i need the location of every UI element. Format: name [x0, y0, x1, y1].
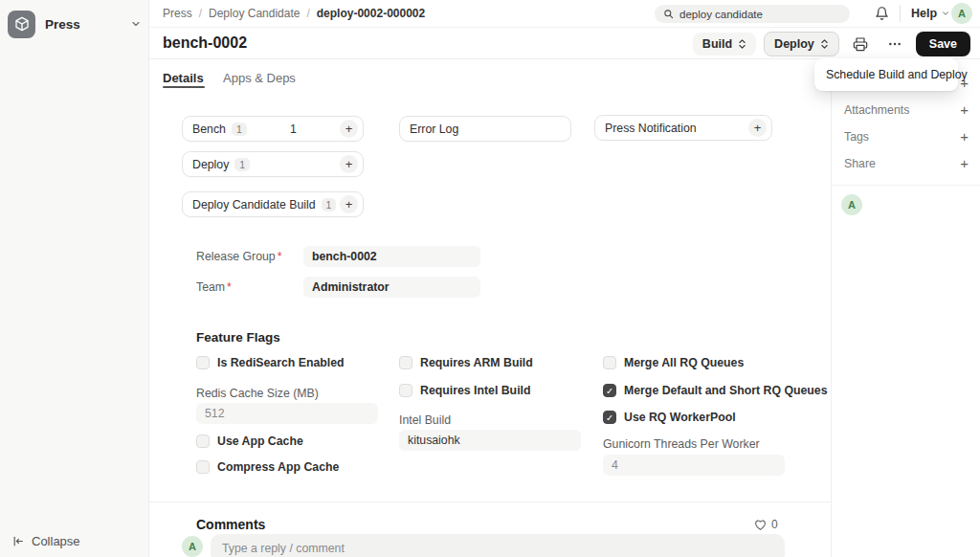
- save-button[interactable]: Save: [916, 32, 970, 56]
- required-mark: *: [278, 250, 282, 263]
- team-input[interactable]: Administrator: [303, 277, 480, 298]
- breadcrumb-separator: /: [199, 7, 202, 20]
- help-menu[interactable]: Help: [911, 7, 950, 20]
- breadcrumb: Press / Deploy Candidate / deploy-0002-0…: [163, 7, 425, 20]
- checkbox-box-icon: ✓: [196, 356, 210, 369]
- comments-heading: Comments: [196, 517, 265, 532]
- use-rq-workerpool-checkbox[interactable]: ✓ Use RQ WorkerPool: [603, 411, 736, 424]
- menu-item-schedule-build-and-deploy[interactable]: Schedule Build and Deploy: [818, 62, 954, 87]
- breadcrumb-separator: /: [306, 7, 309, 20]
- tab-apps-and-deps[interactable]: Apps & Deps: [223, 71, 296, 85]
- team-label: Team*: [196, 280, 232, 294]
- breadcrumb-doctype[interactable]: Deploy Candidate: [209, 7, 300, 20]
- deploy-dropdown-button[interactable]: Deploy: [764, 32, 839, 56]
- share-label: Share: [844, 157, 876, 170]
- deploy-label: Deploy: [192, 158, 229, 171]
- feature-flags-heading: Feature Flags: [196, 330, 280, 345]
- checkbox-box-icon: ✓: [196, 460, 210, 474]
- search-value: deploy candidate: [679, 9, 763, 20]
- intel-build-input[interactable]: kitusaiohk: [399, 430, 581, 451]
- like-count: 0: [771, 518, 778, 531]
- deploy-count-badge: 1: [234, 158, 250, 171]
- like-button[interactable]: 0: [754, 518, 778, 531]
- redis-cache-size-input[interactable]: 512: [196, 403, 378, 424]
- search-icon: [663, 9, 674, 19]
- error-log-label: Error Log: [410, 123, 458, 136]
- add-deploy-button[interactable]: +: [340, 155, 358, 173]
- workspace-switcher[interactable]: Press: [8, 9, 142, 39]
- sidebar-divider: [832, 185, 980, 186]
- share-section: Share +: [844, 156, 969, 170]
- release-group-input[interactable]: bench-0002: [303, 246, 480, 267]
- breadcrumb-root[interactable]: Press: [163, 7, 192, 20]
- breadcrumb-current: deploy-0002-000002: [317, 7, 425, 20]
- add-bench-button[interactable]: +: [340, 120, 358, 138]
- gunicorn-threads-label: Gunicorn Threads Per Worker: [603, 437, 760, 451]
- viewer-avatar: A: [841, 194, 862, 215]
- top-bar: Press / Deploy Candidate / deploy-0002-0…: [149, 0, 980, 28]
- attachments-section: Attachments +: [844, 102, 969, 117]
- collapse-arrow-icon: [11, 535, 25, 547]
- bench-count-badge: 1: [232, 123, 247, 136]
- topbar-divider: [900, 5, 901, 22]
- comments-divider: [149, 501, 831, 502]
- press-notification-label: Press Notification: [605, 122, 697, 135]
- help-label: Help: [911, 7, 937, 20]
- intel-build-label: Intel Build: [399, 413, 451, 427]
- required-mark: *: [227, 280, 232, 294]
- heart-icon: [754, 519, 767, 531]
- requires-arm-build-checkbox[interactable]: ✓ Requires ARM Build: [399, 356, 533, 369]
- checkbox-box-icon: ✓: [603, 384, 616, 397]
- add-share-button[interactable]: +: [960, 156, 969, 170]
- add-deploy-candidate-build-button[interactable]: +: [340, 195, 358, 213]
- add-tag-button[interactable]: +: [960, 129, 969, 144]
- collapse-label: Collapse: [32, 534, 80, 548]
- sidebar-collapse-button[interactable]: Collapse: [11, 534, 80, 548]
- notifications-bell-icon[interactable]: [875, 6, 889, 21]
- global-search-input[interactable]: deploy candidate: [655, 5, 850, 23]
- chevron-down-icon: [130, 18, 142, 30]
- chevron-up-down-icon: [820, 38, 829, 50]
- deploy-candidate-build-label: Deploy Candidate Build: [192, 198, 316, 212]
- release-group-label: Release Group*: [196, 250, 282, 263]
- is-redisearch-enabled-checkbox[interactable]: ✓ Is RediSearch Enabled: [196, 356, 345, 369]
- checkbox-box-icon: ✓: [603, 411, 616, 424]
- print-button[interactable]: [847, 33, 874, 56]
- redis-cache-size-label: Redis Cache Size (MB): [196, 387, 319, 400]
- press-notification-link-card[interactable]: Press Notification +: [594, 115, 772, 141]
- deploy-button-label: Deploy: [774, 37, 814, 51]
- add-attachment-button[interactable]: +: [960, 102, 969, 117]
- use-app-cache-checkbox[interactable]: ✓ Use App Cache: [196, 434, 303, 448]
- comment-input[interactable]: Type a reply / comment: [211, 534, 785, 557]
- checkbox-box-icon: ✓: [399, 384, 412, 397]
- user-avatar[interactable]: A: [951, 3, 972, 24]
- bench-value[interactable]: 1: [247, 123, 340, 136]
- page-title: bench-0002: [163, 34, 247, 52]
- error-log-link-card[interactable]: Error Log: [399, 116, 571, 142]
- more-options-button[interactable]: [881, 33, 908, 56]
- tab-details[interactable]: Details: [163, 71, 204, 85]
- checkbox-box-icon: ✓: [399, 356, 412, 369]
- build-dropdown-button[interactable]: Build: [693, 33, 756, 56]
- deploy-candidate-build-link-card[interactable]: Deploy Candidate Build 1 +: [182, 191, 364, 217]
- merge-default-short-rq-checkbox[interactable]: ✓ Merge Default and Short RQ Queues: [603, 384, 828, 397]
- compress-app-cache-checkbox[interactable]: ✓ Compress App Cache: [196, 460, 339, 474]
- checkbox-box-icon: ✓: [196, 434, 210, 448]
- workspace-name: Press: [45, 17, 121, 32]
- header-actions: Build Deploy Save: [693, 32, 970, 56]
- deploy-link-card[interactable]: Deploy 1 +: [182, 151, 364, 177]
- merge-all-rq-queues-checkbox[interactable]: ✓ Merge All RQ Queues: [603, 356, 744, 369]
- add-press-notification-button[interactable]: +: [748, 119, 767, 137]
- title-bar: bench-0002 Build Deploy Save: [149, 28, 980, 59]
- active-tab-underline: [163, 86, 205, 88]
- left-sidebar: Press Collapse: [0, 0, 149, 557]
- tags-section: Tags +: [844, 129, 969, 144]
- gunicorn-threads-input[interactable]: 4: [603, 455, 785, 476]
- requires-intel-build-checkbox[interactable]: ✓ Requires Intel Build: [399, 384, 530, 397]
- right-sidebar: Assigned To + Attachments + Tags + Share…: [831, 59, 980, 557]
- attachments-label: Attachments: [844, 103, 909, 117]
- bench-label: Bench: [192, 123, 226, 136]
- bench-link-card[interactable]: Bench 1 1 +: [182, 116, 364, 142]
- build-button-label: Build: [702, 37, 732, 51]
- tags-label: Tags: [844, 130, 869, 144]
